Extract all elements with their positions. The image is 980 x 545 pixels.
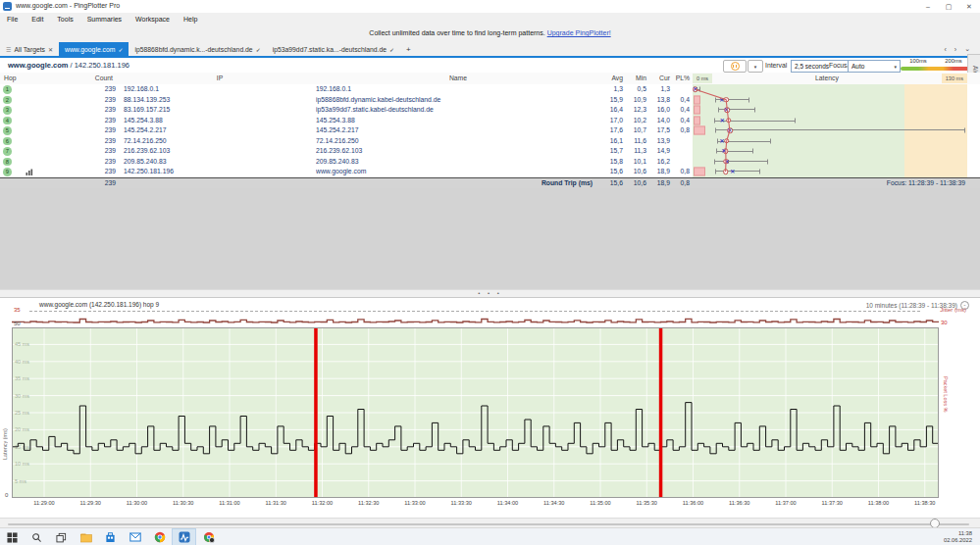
edge (967, 136, 980, 147)
menu-tools[interactable]: Tools (50, 16, 79, 23)
tab-check-icon: ✓ (118, 46, 123, 53)
pingplotter-icon (179, 531, 190, 543)
edge (967, 146, 980, 157)
avg-cell: 15,9 (600, 95, 626, 106)
banner-text: Collect unlimited data over time to find… (369, 29, 544, 36)
latency-cell: ✕ (693, 84, 967, 95)
close-button[interactable]: ✕ (960, 1, 978, 12)
scrollbar-track[interactable] (8, 523, 969, 525)
chrome-button[interactable] (147, 528, 172, 545)
latency-cell: ✕ (693, 136, 967, 147)
hop-cell: 2 (0, 95, 26, 106)
latency-axis-max: 50 (14, 321, 21, 326)
pingplotter-taskbar-button[interactable] (172, 528, 196, 545)
edge (967, 116, 980, 126)
count-cell: 239 (41, 167, 116, 177)
menu-workspace[interactable]: Workspace (129, 16, 177, 23)
count-cell: 239 (41, 84, 116, 95)
upgrade-banner: Collect unlimited data over time to find… (0, 25, 980, 42)
hop-row-5[interactable]: 5239145.254.2.217145.254.2.21717,610,717… (0, 125, 980, 136)
time-tick-label: 11:30:00 (116, 500, 159, 506)
menu-edit[interactable]: Edit (25, 16, 50, 23)
count-cell: 239 (41, 116, 116, 126)
menu-file[interactable]: File (0, 16, 25, 23)
maximize-button[interactable]: ▢ (940, 1, 957, 12)
hop-cell: 3 (0, 105, 26, 116)
timeline-title: www.google.com (142.250.181.196) hop 9 (39, 301, 159, 308)
avg-latency-marker (726, 118, 732, 124)
mail-button[interactable] (123, 528, 147, 545)
name-cell: 192.168.0.1 (316, 84, 600, 95)
hop-row-6[interactable]: 623972.14.216.25072.14.216.25016,111,613… (0, 136, 980, 147)
close-tab-icon[interactable]: ✕ (48, 46, 53, 53)
hop-row-8[interactable]: 8239209.85.240.83209.85.240.8315,810,116… (0, 157, 980, 168)
chrome-icon (154, 531, 166, 543)
start-button[interactable] (0, 528, 25, 545)
tab-scroll-left-icon[interactable]: ‹ (944, 46, 946, 53)
avg-cell: 17,0 (600, 116, 626, 126)
file-explorer-button[interactable] (74, 528, 98, 545)
focus-select[interactable]: Auto▾ (848, 60, 901, 73)
hop-table: 1239192.168.0.1192.168.0.11,30,51,3✕2239… (0, 84, 980, 177)
cur-cell: 16,2 (649, 157, 673, 168)
pingplotter-window: { "window": {"title": "www.google.com - … (0, 0, 980, 545)
time-tick-label: 11:34:30 (533, 500, 576, 506)
time-tick-label: 11:35:30 (625, 500, 668, 506)
hop-row-7[interactable]: 7239216.239.62.103216.239.62.10315,711,3… (0, 146, 980, 157)
name-cell: ip58868bfd.dynamic.kabel-deutschland.de (316, 95, 600, 106)
latency-scale-gradient[interactable] (901, 67, 971, 71)
min-cell: 10,2 (626, 116, 649, 126)
minimize-button[interactable]: – (919, 1, 937, 12)
hop-row-4[interactable]: 4239145.254.3.88145.254.3.8817,010,214,0… (0, 116, 980, 126)
latency-cell: ✕ (693, 116, 967, 126)
loss-axis-label: Packet Loss % (943, 376, 949, 412)
tab-label: ip58868bfd.dynamic.k...-deutschland.de (134, 46, 252, 53)
tab-list-icon[interactable]: ⌄ (964, 45, 970, 53)
latency-time-graph[interactable]: 5 ms10 ms15 ms20 ms25 ms30 ms35 ms40 ms4… (12, 327, 939, 498)
avg-cell: 15,8 (600, 157, 626, 168)
hop-row-1[interactable]: 1239192.168.0.1192.168.0.11,30,51,3✕ (0, 84, 980, 95)
cur-cell: 16,0 (649, 105, 673, 116)
avg-latency-marker (723, 97, 729, 103)
tab-ip53a99dd7-static-ka-deutschland-de[interactable]: ip53a99dd7.static.ka...-deutschland.de✓ (267, 42, 400, 56)
ip-cell: 192.168.0.1 (124, 84, 316, 95)
timeline-panel: www.google.com (142.250.181.196) hop 9 1… (0, 297, 980, 519)
add-target-button[interactable]: + (400, 42, 417, 56)
hop-row-9[interactable]: 9239142.250.181.196www.google.com15,610,… (0, 167, 980, 177)
cur-cell: 13,8 (649, 95, 673, 106)
hop-row-3[interactable]: 323983.169.157.215ip53a99dd7.static.kabe… (0, 105, 980, 116)
gap (116, 116, 124, 126)
latency-cell: ✕ (693, 167, 967, 177)
task-view-button[interactable] (49, 528, 74, 545)
browser-profile-button[interactable] (196, 528, 221, 545)
graphed-cell (26, 105, 41, 116)
time-tick-label: 11:36:00 (672, 500, 715, 506)
tab-scroll-right-icon[interactable]: › (954, 46, 956, 53)
menu-summaries[interactable]: Summaries (80, 16, 129, 23)
tab-ip58868bfd-dynamic-k-deutschland-de[interactable]: ip58868bfd.dynamic.k...-deutschland.de✓ (129, 42, 266, 56)
task-view-icon (56, 532, 67, 543)
col-pl: PL% (673, 73, 693, 84)
hop-cell: 7 (0, 146, 26, 157)
pause-button[interactable] (723, 60, 747, 73)
hop-row-2[interactable]: 223988.134.139.253ip58868bfd.dynamic.kab… (0, 95, 980, 106)
avg-cell: 15,6 (600, 167, 626, 177)
latency-min-chip: 0 ms (693, 74, 712, 83)
taskbar-clock[interactable]: 11:38 02.06.2022 (944, 530, 980, 544)
menu-help[interactable]: Help (177, 16, 204, 23)
tab-www-google-com[interactable]: www.google.com✓ (59, 42, 129, 56)
search-button[interactable] (25, 528, 49, 545)
count-cell: 239 (41, 105, 116, 116)
microsoft-store-button[interactable] (98, 528, 123, 545)
time-tick-label: 11:31:30 (254, 500, 297, 506)
name-cell: 209.85.240.83 (316, 157, 600, 168)
min-cell: 0,5 (626, 84, 649, 95)
ip-cell: 142.250.181.196 (124, 167, 316, 177)
col-count: Count (41, 73, 116, 84)
ip-cell: 72.14.216.250 (124, 136, 316, 147)
loss-axis-max: 30 (941, 320, 948, 325)
tab-all-targets[interactable]: ☰ All Targets ✕ (0, 42, 59, 56)
hop-number-badge: 4 (3, 117, 12, 125)
upgrade-link[interactable]: Upgrade PingPlotter! (547, 29, 611, 36)
pause-dropdown-button[interactable]: ▾ (748, 60, 763, 73)
